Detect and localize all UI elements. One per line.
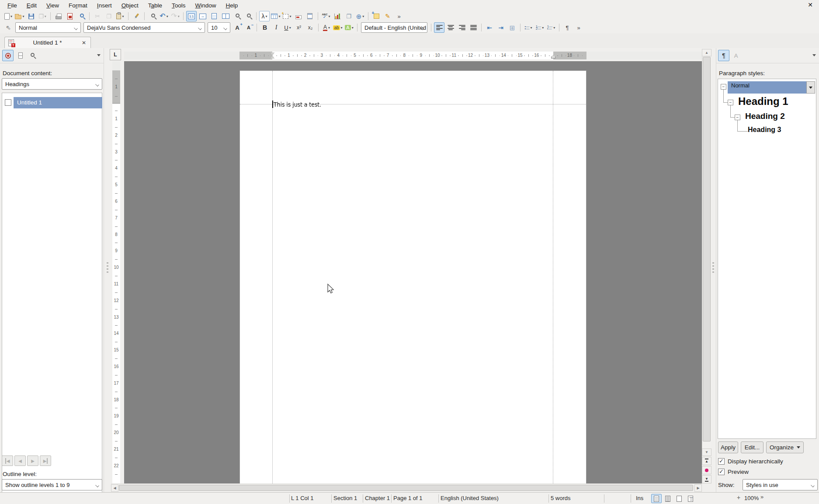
statusbar-overflow-icon[interactable]: » [760, 494, 763, 500]
right-splitter-handle[interactable] [712, 262, 714, 274]
zoom-in-icon[interactable]: + [737, 494, 740, 501]
panel-menu-icon[interactable] [812, 54, 816, 56]
menu-format[interactable]: Format [64, 1, 92, 10]
status-cell-5[interactable]: 5 words [551, 495, 571, 501]
grow-font-button[interactable]: A [232, 22, 243, 33]
outline-list-button[interactable]: 1— •—▾ [546, 22, 556, 33]
new-document-dropdown-icon[interactable]: ▾ [10, 14, 12, 18]
insert-chart-button[interactable] [332, 11, 343, 21]
redo-dropdown-icon[interactable]: ▾ [178, 14, 180, 18]
zoom-two-pages-button[interactable] [220, 11, 231, 21]
align-left-button[interactable] [434, 22, 444, 33]
web-view-dropdown-icon[interactable]: ▾ [362, 14, 364, 18]
select-mode-button[interactable]: ⇖ [3, 22, 14, 33]
search-button[interactable] [27, 51, 37, 60]
close-window-button[interactable]: ✕ [808, 1, 813, 8]
underline-dropdown-icon[interactable]: ▾ [289, 26, 291, 30]
scroll-up-icon[interactable]: ▲ [702, 49, 711, 56]
style-item-heading-1[interactable]: Heading 1 [738, 95, 788, 108]
menu-file[interactable]: File [3, 1, 22, 10]
insert-table-button[interactable]: ▾ [271, 11, 281, 21]
vertical-ruler[interactable]: 112345678910111213141516171819202122 [112, 61, 120, 483]
zoom-original-button[interactable]: 1:1 [186, 11, 197, 21]
document-text[interactable]: This is just a test. [274, 101, 321, 108]
scroll-left-icon[interactable]: ◀ [111, 484, 118, 492]
numbered-list-button[interactable]: 1— 2—▾ [534, 22, 545, 33]
mail-merge-button[interactable]: ❐ [344, 11, 354, 21]
save-all-dropdown-icon[interactable]: ▾ [45, 14, 46, 18]
document-tab[interactable]: T Untitled 1 * ✕ [4, 37, 91, 48]
apply-button[interactable]: Apply [718, 441, 738, 453]
char-background-dropdown-icon[interactable]: ▾ [352, 26, 354, 30]
subscript-button[interactable]: x₂ [305, 22, 316, 33]
horizontal-ruler[interactable]: 11234567891011121314151618 [124, 52, 702, 59]
formatting-marks-button[interactable]: ¶ [562, 22, 573, 33]
menu-object[interactable]: Object [117, 1, 143, 10]
outline-list-dropdown-icon[interactable]: ▾ [553, 26, 555, 30]
undo-button[interactable]: ↶▾ [159, 11, 169, 21]
numbered-list-dropdown-icon[interactable]: ▾ [542, 26, 544, 30]
align-center-button[interactable] [445, 22, 456, 33]
style-expander-icon[interactable]: − [728, 100, 733, 105]
insert-formula-dropdown-icon[interactable]: ▾ [265, 14, 267, 18]
insert-frame-button[interactable]: ▾ [282, 11, 292, 21]
vertical-scrollbar-thumb[interactable] [703, 57, 711, 441]
insert-field-button[interactable] [293, 11, 304, 21]
undo-dropdown-icon[interactable]: ▾ [167, 14, 168, 18]
highlight-button[interactable]: ab▾ [333, 22, 343, 33]
align-right-button[interactable] [457, 22, 467, 33]
panel-menu-icon[interactable] [97, 54, 101, 56]
paste-button[interactable]: ▾ [115, 11, 125, 21]
underline-button[interactable]: U▾ [282, 22, 293, 33]
character-styles-button[interactable]: A [731, 51, 741, 60]
edit-button[interactable]: Edit... [741, 441, 763, 453]
menu-help[interactable]: Help [221, 1, 243, 10]
web-view-button[interactable]: ⊕▾ [355, 11, 365, 21]
zoom-page-width-button[interactable]: ↔ [198, 11, 208, 21]
new-document-button[interactable]: ▾ [3, 11, 14, 21]
previous-page-button[interactable]: ▲ [702, 457, 711, 465]
scroll-right-icon[interactable]: ▶ [694, 484, 702, 492]
zoom-page-button[interactable] [209, 11, 219, 21]
borders-button[interactable]: ⊞ [507, 22, 517, 33]
paste-dropdown-icon[interactable]: ▾ [122, 14, 124, 18]
indent-increase-button[interactable]: ⇥ [496, 22, 506, 33]
toolbar-overflow-2-button[interactable]: » [573, 22, 584, 33]
menu-view[interactable]: View [42, 1, 64, 10]
open-dropdown-icon[interactable]: ▾ [22, 14, 24, 18]
font-color-dropdown-icon[interactable]: ▾ [328, 26, 330, 30]
highlight-dropdown-icon[interactable]: ▾ [341, 26, 343, 30]
insert-table-dropdown-icon[interactable]: ▾ [278, 14, 280, 18]
content-filter-select[interactable]: Headings [2, 78, 102, 90]
menu-table[interactable]: Table [143, 1, 167, 10]
status-cell-2[interactable]: Chapter 1 [365, 495, 390, 501]
find-button[interactable] [147, 11, 158, 21]
insert-frame-dropdown-icon[interactable]: ▾ [289, 14, 291, 18]
next-page-button[interactable]: ▼ [702, 475, 711, 483]
navigation-target-button[interactable] [702, 466, 711, 474]
font-name-combo[interactable]: DejaVu Sans Condensed [83, 22, 205, 33]
document-area[interactable]: This is just a test. [124, 61, 702, 483]
bullet-list-dropdown-icon[interactable]: ▾ [530, 26, 532, 30]
bold-button[interactable]: B [260, 22, 270, 33]
view-normal-button[interactable] [651, 494, 662, 503]
italic-button[interactable]: I [271, 22, 281, 33]
toolbar-overflow-button[interactable]: » [394, 11, 404, 21]
char-background-button[interactable]: A▾ [344, 22, 354, 33]
menu-tools[interactable]: Tools [167, 1, 191, 10]
zoom-in-button[interactable] [243, 11, 253, 21]
menu-edit[interactable]: Edit [22, 1, 42, 10]
spellcheck-button[interactable]: ABC✓▾ [321, 11, 331, 21]
zoom-out-button[interactable] [232, 11, 242, 21]
navigator-button[interactable] [2, 50, 14, 61]
spellcheck-dropdown-icon[interactable]: ▾ [328, 14, 330, 18]
style-item-heading-2[interactable]: Heading 2 [745, 111, 785, 121]
tab-close-icon[interactable]: ✕ [81, 40, 87, 46]
status-cell-6[interactable]: Ins [636, 495, 643, 501]
insert-formula-button[interactable]: λ▾ [259, 11, 270, 21]
insert-comment-button[interactable] [371, 11, 382, 21]
status-cell-0[interactable]: L 1 Col 1 [291, 495, 314, 501]
export-pdf-button[interactable] [65, 11, 75, 21]
tree-item-checkbox[interactable] [5, 99, 11, 106]
save-button[interactable] [26, 11, 36, 21]
